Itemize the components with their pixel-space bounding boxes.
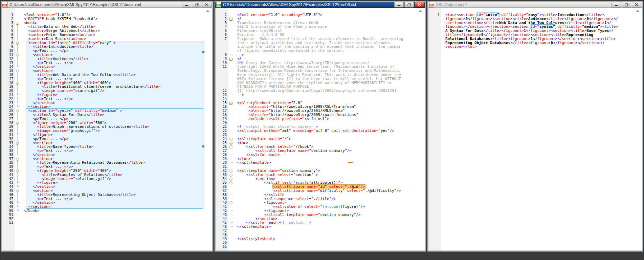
window-titlebar[interactable]: XML XSL Output.xml * bbox=[428, 2, 642, 8]
code-row: section></toc> bbox=[428, 45, 642, 49]
fold-toggle-icon[interactable] bbox=[15, 157, 20, 161]
line-number: 43 bbox=[216, 213, 228, 217]
fold-guide bbox=[15, 197, 20, 201]
code-row: 12[1] http://www.w3.org/Consortium/Legal… bbox=[216, 89, 425, 93]
code-row: 19 exclude-result-prefixes="xs fn xsl"> bbox=[216, 117, 425, 121]
fold-toggle-icon[interactable] bbox=[15, 109, 20, 113]
fold-toggle-icon[interactable] bbox=[228, 137, 234, 141]
fold-toggle-icon[interactable] bbox=[15, 81, 20, 85]
line-number: 3 bbox=[216, 21, 228, 25]
fold-toggle-icon[interactable] bbox=[228, 101, 234, 105]
minimize-button[interactable] bbox=[182, 2, 191, 7]
fold-toggle-icon[interactable] bbox=[228, 181, 234, 185]
close-button[interactable] bbox=[202, 2, 212, 7]
restore-button[interactable] bbox=[404, 2, 414, 7]
fold-guide bbox=[15, 201, 20, 205]
line-number: 30 bbox=[2, 129, 15, 133]
scroll-up-icon[interactable] bbox=[419, 10, 422, 12]
fold-guide bbox=[228, 41, 234, 45]
line-number: 38 bbox=[2, 161, 15, 165]
code-row: 51 bbox=[216, 245, 425, 249]
fold-toggle-icon[interactable] bbox=[15, 41, 20, 45]
close-button[interactable] bbox=[632, 2, 641, 7]
xml-file-icon: XML bbox=[429, 2, 434, 7]
restore-button[interactable] bbox=[622, 2, 631, 7]
fold-guide bbox=[15, 133, 20, 137]
fold-guide bbox=[228, 85, 234, 89]
fold-toggle-icon[interactable] bbox=[15, 21, 20, 25]
fold-guide bbox=[15, 13, 20, 17]
line-number: 43 bbox=[2, 181, 15, 185]
line-number: 28 bbox=[2, 121, 15, 125]
code-text: <p>Text ... </p> bbox=[20, 117, 212, 121]
selection-handle[interactable] bbox=[202, 51, 204, 53]
line-number: 23 bbox=[216, 133, 228, 137]
fold-guide bbox=[15, 181, 20, 185]
line-number: 51 bbox=[2, 213, 15, 217]
code-row: 30</xsl:template> bbox=[216, 161, 425, 165]
fold-guide bbox=[228, 65, 234, 69]
line-number: 10 bbox=[216, 61, 228, 65]
code-row: 16 <title>Web Data and the Two Cultures<… bbox=[2, 73, 212, 77]
close-button[interactable] bbox=[415, 2, 424, 7]
fold-guide bbox=[228, 125, 234, 129]
scroll-up-icon[interactable] bbox=[636, 10, 639, 12]
line-number bbox=[216, 45, 228, 49]
fold-toggle-icon[interactable] bbox=[15, 189, 20, 193]
line-number: 17 bbox=[216, 109, 228, 113]
code-row: 22<xsl:output method="xml" encoding="utf… bbox=[216, 129, 425, 133]
line-number: 7 bbox=[216, 37, 228, 41]
line-number: 53 bbox=[2, 221, 15, 225]
fold-toggle-icon[interactable] bbox=[15, 69, 20, 73]
line-number: 42 bbox=[216, 209, 228, 213]
minimize-button[interactable] bbox=[612, 2, 621, 7]
line-number: 50 bbox=[216, 241, 228, 245]
fold-guide bbox=[15, 173, 20, 177]
line-number: 26 bbox=[2, 113, 15, 117]
line-number: 2 bbox=[2, 17, 15, 21]
fold-toggle-icon[interactable] bbox=[228, 145, 234, 149]
code-text: </section> bbox=[20, 205, 212, 209]
scroll-up-icon[interactable] bbox=[206, 10, 209, 12]
selection-handle[interactable] bbox=[202, 145, 204, 147]
fold-guide bbox=[15, 17, 20, 21]
fold-toggle-icon[interactable] bbox=[228, 17, 234, 21]
window-xsl-output: XML XSL Output.xml * 1<toc><section id="… bbox=[427, 1, 643, 252]
fold-toggle-icon[interactable] bbox=[15, 169, 20, 173]
fold-toggle-icon[interactable] bbox=[228, 173, 234, 177]
code-text: [1] http://www.w3.org/Consortium/Legal/2… bbox=[234, 89, 425, 93]
code-text bbox=[20, 221, 212, 225]
code-editor-book-xml[interactable]: 1<?xml version="1.0"?>2<!DOCTYPE book SY… bbox=[2, 8, 212, 251]
minimize-button[interactable] bbox=[394, 2, 404, 7]
fold-toggle-icon[interactable] bbox=[15, 53, 20, 57]
fold-guide bbox=[15, 45, 20, 49]
code-editor-xsl-output[interactable]: 1<toc><section id="intro" difficulty="ea… bbox=[428, 8, 642, 251]
line-number: 18 bbox=[2, 81, 15, 85]
fold-toggle-icon[interactable] bbox=[228, 169, 234, 173]
line-number: 34 bbox=[216, 177, 228, 181]
code-row: 51 bbox=[2, 213, 212, 217]
window-titlebar[interactable]: XSL C:\Users\ala\Documents\Altova\XMLSpy… bbox=[215, 2, 425, 8]
line-number: 10 bbox=[2, 49, 15, 53]
fold-toggle-icon[interactable] bbox=[228, 201, 234, 205]
code-editor-tree06-xsl[interactable]: 1<?xml version="1.0" encoding="UTF-8"?>2… bbox=[216, 8, 425, 251]
restore-button[interactable] bbox=[192, 2, 201, 7]
fold-guide bbox=[228, 33, 234, 37]
line-number: 3 bbox=[2, 21, 15, 25]
line-number: 27 bbox=[2, 117, 15, 121]
window-controls bbox=[394, 2, 424, 7]
fold-toggle-icon[interactable] bbox=[228, 57, 234, 61]
fold-toggle-icon[interactable] bbox=[15, 141, 20, 145]
fold-guide bbox=[228, 225, 234, 229]
fold-guide bbox=[15, 93, 20, 97]
window-titlebar[interactable]: XML C:\Users\ala\Documents\Altova\XMLSpy… bbox=[2, 2, 213, 8]
fold-toggle-icon[interactable] bbox=[228, 141, 234, 145]
fold-toggle-icon[interactable] bbox=[228, 177, 234, 181]
fold-toggle-icon[interactable] bbox=[15, 121, 20, 125]
line-number: 8 bbox=[216, 53, 228, 57]
fold-guide bbox=[228, 69, 234, 73]
line-number: 45 bbox=[2, 189, 15, 193]
line-number: 47 bbox=[216, 229, 228, 233]
fold-guide bbox=[15, 73, 20, 77]
code-text: <!DOCTYPE book SYSTEM "book.dtd"> bbox=[20, 17, 212, 21]
